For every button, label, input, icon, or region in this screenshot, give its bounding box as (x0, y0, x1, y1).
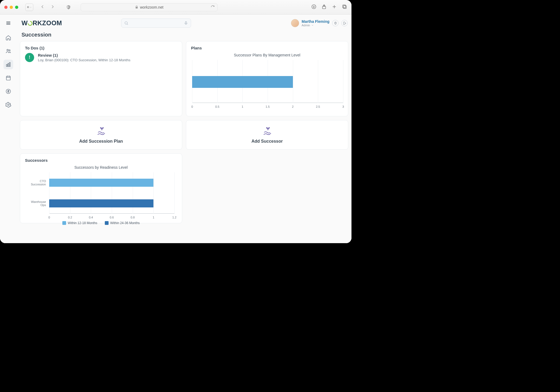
successors-legend: Within 12-18 MonthsWithin 24-36 Months (25, 221, 177, 225)
share-button[interactable] (321, 4, 327, 10)
svg-rect-8 (343, 5, 346, 8)
avatar (291, 19, 299, 27)
search-icon (124, 21, 128, 25)
svg-rect-17 (9, 63, 10, 67)
successors-card: Successors Successors by Readiness Level… (20, 153, 182, 223)
chevron-down-icon (311, 24, 314, 27)
bar-chart-icon (5, 62, 11, 67)
url-text: workzoom.net (140, 5, 163, 9)
svg-point-23 (8, 104, 9, 106)
add-successor-button[interactable]: Add Successor (186, 120, 348, 150)
tabs-button[interactable] (342, 4, 347, 10)
dollar-icon (5, 88, 11, 94)
svg-point-13 (7, 49, 9, 51)
plans-chart: 00.511.522.53 (192, 60, 343, 108)
page-title: Succession (19, 32, 349, 41)
growth-icon (96, 126, 106, 136)
close-window-button[interactable] (4, 6, 8, 9)
successors-chart-title: Successors by Readiness Level (25, 165, 177, 170)
todos-card: To Dos (1) ! Review (1) Loy, Brian (0001… (20, 41, 182, 116)
svg-line-25 (127, 24, 128, 25)
svg-point-24 (125, 22, 127, 24)
lock-icon (135, 5, 138, 9)
maximize-window-button[interactable] (15, 6, 18, 9)
downloads-button[interactable] (311, 4, 317, 10)
sidebar-item-settings[interactable] (3, 100, 13, 110)
todo-item[interactable]: ! Review (1) Loy, Brian (000100): CTO Su… (25, 53, 177, 62)
svg-rect-15 (6, 64, 8, 66)
todos-header: To Dos (1) (25, 46, 177, 50)
svg-rect-0 (27, 6, 29, 8)
successors-header: Successors (25, 158, 177, 163)
shield-icon (66, 5, 71, 10)
pin-icon (334, 21, 337, 25)
privacy-shield-button[interactable] (64, 4, 73, 10)
alert-icon: ! (25, 53, 34, 62)
minimize-window-button[interactable] (10, 6, 13, 9)
new-tab-button[interactable] (332, 4, 337, 10)
sidebar-item-payroll[interactable] (3, 87, 13, 96)
app-sidebar (0, 15, 17, 243)
logout-button[interactable] (341, 20, 348, 26)
user-role: Admin (302, 24, 329, 27)
sidebar-item-home[interactable] (3, 33, 13, 42)
user-name: Martha Fleming (302, 19, 329, 24)
add-successor-label: Add Successor (252, 139, 283, 144)
menu-toggle-button[interactable] (3, 18, 13, 28)
browser-window: workzoom.net (0, 0, 351, 243)
svg-point-14 (9, 50, 10, 51)
chevron-down-icon (30, 6, 31, 9)
plans-card: Plans Successor Plans By Management Leve… (186, 41, 348, 116)
browser-toolbar: workzoom.net (0, 0, 351, 15)
logo-text: W (21, 19, 28, 27)
logo-text: RKZOOM (33, 19, 62, 27)
main-content: WRKZOOM Martha Fleming Admin (17, 15, 351, 243)
gear-icon (5, 102, 11, 108)
sidebar-icon (27, 6, 29, 8)
todo-subtitle: Loy, Brian (000100): CTO Succession, Wit… (38, 58, 130, 62)
app-header: WRKZOOM Martha Fleming Admin (19, 15, 349, 32)
growth-icon (262, 126, 272, 136)
svg-rect-26 (185, 21, 186, 23)
svg-rect-16 (8, 63, 9, 66)
add-succession-plan-button[interactable]: Add Succession Plan (20, 120, 182, 150)
successors-chart: 00.20.40.60.811.2CTO SuccessionWarehouse… (25, 172, 177, 221)
menu-icon (5, 20, 11, 26)
calendar-icon (5, 75, 11, 81)
add-plan-label: Add Succession Plan (79, 139, 123, 144)
back-button[interactable] (40, 4, 45, 10)
svg-rect-18 (6, 76, 10, 80)
sidebar-item-calendar[interactable] (3, 73, 13, 83)
sidebar-item-analytics[interactable] (3, 60, 13, 69)
sidebar-item-people[interactable] (3, 46, 13, 56)
location-button[interactable] (332, 20, 339, 26)
plans-header: Plans (191, 46, 343, 50)
forward-button[interactable] (50, 4, 55, 10)
people-icon (5, 48, 11, 54)
search-input[interactable] (121, 19, 191, 28)
home-icon (5, 35, 11, 41)
address-bar[interactable]: workzoom.net (81, 3, 218, 11)
app-logo[interactable]: WRKZOOM (21, 19, 62, 27)
refresh-icon[interactable] (211, 5, 215, 9)
microphone-icon[interactable] (184, 21, 188, 25)
plans-chart-title: Successor Plans By Management Level (191, 53, 343, 57)
todo-title: Review (1) (38, 53, 130, 57)
window-controls (4, 6, 18, 9)
logout-icon (343, 21, 346, 25)
svg-point-27 (335, 23, 336, 23)
svg-rect-9 (343, 5, 346, 8)
sidebar-toggle-group[interactable] (25, 3, 33, 11)
user-menu[interactable]: Martha Fleming Admin (291, 19, 349, 27)
